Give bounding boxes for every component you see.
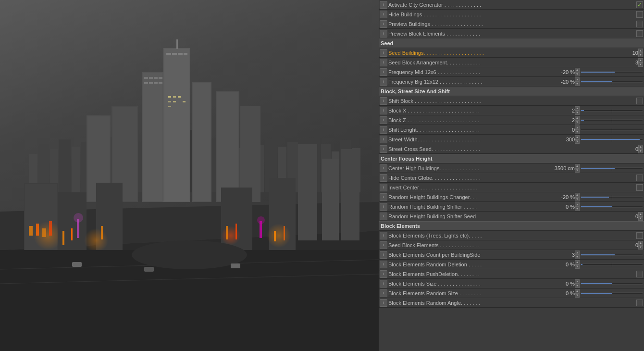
svg-rect-72 bbox=[71, 228, 73, 240]
row-info-icon[interactable]: i bbox=[380, 174, 387, 182]
row-info-icon[interactable]: i bbox=[380, 289, 387, 297]
row-info-icon[interactable]: i bbox=[380, 1, 387, 9]
row-slider[interactable] bbox=[581, 280, 643, 287]
row-info-icon[interactable]: i bbox=[380, 126, 387, 134]
row-checkbox[interactable] bbox=[636, 21, 643, 27]
row-info-icon[interactable]: i bbox=[380, 97, 387, 105]
row-info-icon[interactable]: i bbox=[380, 11, 387, 18]
row-slider[interactable] bbox=[581, 107, 643, 114]
spinner-down-btn[interactable]: ▼ bbox=[638, 216, 643, 221]
spinner-up-btn[interactable]: ▲ bbox=[575, 202, 580, 207]
property-row-hide-buildings: iHide Buildings . . . . . . . . . . . . … bbox=[379, 10, 644, 19]
row-slider[interactable] bbox=[581, 117, 643, 124]
property-row-street-cross-seed: iStreet Cross Seed. . . . . . . . . . . … bbox=[379, 144, 644, 154]
row-slider[interactable] bbox=[581, 69, 643, 75]
sections-container: SeediSeed Buildings. . . . . . . . . . .… bbox=[379, 38, 644, 308]
spinner-up-btn[interactable]: ▲ bbox=[575, 106, 580, 111]
row-checkbox[interactable] bbox=[636, 98, 643, 104]
row-checkbox[interactable] bbox=[636, 11, 643, 18]
svg-rect-71 bbox=[62, 231, 64, 245]
property-row-frequency-big: iFrequency Big 12x12 . . . . . . . . . .… bbox=[379, 77, 644, 87]
row-info-icon[interactable]: i bbox=[380, 270, 387, 278]
row-info-icon[interactable]: i bbox=[380, 184, 387, 191]
spinner-down-btn[interactable]: ▼ bbox=[575, 264, 580, 269]
row-checkbox[interactable] bbox=[636, 175, 643, 181]
spinner-up-btn[interactable]: ▲ bbox=[638, 212, 643, 216]
row-info-icon[interactable]: i bbox=[380, 20, 387, 28]
row-info-icon[interactable]: i bbox=[380, 299, 387, 307]
row-info-icon[interactable]: i bbox=[380, 232, 387, 239]
row-info-icon[interactable]: i bbox=[380, 203, 387, 211]
spinner-down-btn[interactable]: ▼ bbox=[638, 53, 643, 57]
row-checkbox[interactable] bbox=[636, 300, 643, 306]
spinner-down-btn[interactable]: ▼ bbox=[575, 130, 580, 134]
spinner-down-btn[interactable]: ▼ bbox=[638, 245, 643, 250]
row-checkbox[interactable]: ✓ bbox=[636, 1, 643, 8]
spinner-up-btn[interactable]: ▲ bbox=[575, 135, 580, 139]
spinner-up-btn[interactable]: ▲ bbox=[638, 49, 643, 53]
row-slider[interactable] bbox=[581, 126, 643, 133]
spinner-down-btn[interactable]: ▼ bbox=[575, 111, 580, 115]
spinner-down-btn[interactable]: ▼ bbox=[638, 63, 643, 67]
spinner-up-btn[interactable]: ▲ bbox=[575, 279, 580, 284]
row-checkbox[interactable] bbox=[636, 271, 643, 277]
row-checkbox[interactable] bbox=[636, 30, 643, 37]
spinner-up-btn[interactable]: ▲ bbox=[575, 251, 580, 255]
spinner-down-btn[interactable]: ▼ bbox=[575, 82, 580, 86]
row-info-icon[interactable]: i bbox=[380, 49, 387, 57]
property-row-block-elements-size: iBlock Elements Size . . . . . . . . . .… bbox=[379, 279, 644, 288]
row-info-icon[interactable]: i bbox=[380, 68, 387, 76]
spinner-up-btn[interactable]: ▲ bbox=[575, 260, 580, 264]
spinner-down-btn[interactable]: ▼ bbox=[575, 168, 580, 173]
spinner-up-btn[interactable]: ▲ bbox=[575, 68, 580, 72]
spinner-up-btn[interactable]: ▲ bbox=[575, 116, 580, 120]
row-info-icon[interactable]: i bbox=[380, 145, 387, 153]
row-slider[interactable] bbox=[581, 194, 643, 201]
row-info-icon[interactable]: i bbox=[380, 261, 387, 268]
spinner-up-btn[interactable]: ▲ bbox=[638, 145, 643, 149]
spinner-up-btn[interactable]: ▲ bbox=[638, 58, 643, 63]
spinner-down-btn[interactable]: ▼ bbox=[575, 284, 580, 288]
row-slider[interactable] bbox=[581, 203, 643, 210]
spinner-down-btn[interactable]: ▼ bbox=[575, 255, 580, 259]
row-info-icon[interactable]: i bbox=[380, 30, 387, 38]
row-slider[interactable] bbox=[581, 136, 643, 143]
row-checkbox[interactable] bbox=[636, 184, 643, 191]
row-info-icon[interactable]: i bbox=[380, 193, 387, 201]
row-info-icon[interactable]: i bbox=[380, 78, 387, 86]
spinner-down-btn[interactable]: ▼ bbox=[575, 120, 580, 125]
spinner-down-btn[interactable]: ▼ bbox=[575, 207, 580, 211]
spinner-down-btn[interactable]: ▼ bbox=[638, 149, 643, 153]
spinner-down-btn[interactable]: ▼ bbox=[575, 293, 580, 298]
row-info-icon[interactable]: i bbox=[380, 213, 387, 220]
spinner-down-btn[interactable]: ▼ bbox=[575, 197, 580, 201]
row-slider[interactable] bbox=[581, 290, 643, 297]
spinner-down-btn[interactable]: ▼ bbox=[575, 72, 580, 76]
spinner-up-btn[interactable]: ▲ bbox=[638, 241, 643, 245]
row-info-icon[interactable]: i bbox=[380, 241, 387, 249]
row-slider[interactable] bbox=[581, 165, 643, 172]
svg-rect-97 bbox=[144, 267, 154, 272]
svg-rect-87 bbox=[183, 101, 186, 102]
spinner-up-btn[interactable]: ▲ bbox=[575, 125, 580, 130]
row-info-icon[interactable]: i bbox=[380, 251, 387, 259]
row-info-icon[interactable]: i bbox=[380, 59, 387, 66]
spinner-down-btn[interactable]: ▼ bbox=[575, 139, 580, 144]
row-label-block-x: Block X . . . . . . . . . . . . . . . . … bbox=[388, 108, 546, 113]
row-slider[interactable] bbox=[581, 251, 643, 258]
row-slider[interactable] bbox=[581, 78, 643, 85]
row-value: 0 bbox=[609, 213, 638, 219]
spinner-up-btn[interactable]: ▲ bbox=[575, 193, 580, 197]
row-info-icon[interactable]: i bbox=[380, 107, 387, 114]
spinner-up-btn[interactable]: ▲ bbox=[575, 164, 580, 168]
row-slider[interactable] bbox=[581, 261, 643, 268]
property-row-block-elements-push-deletion: iBlock Elements PushDeletion. . . . . . … bbox=[379, 269, 644, 279]
row-info-icon[interactable]: i bbox=[380, 136, 387, 143]
row-info-icon[interactable]: i bbox=[380, 164, 387, 172]
row-info-icon[interactable]: i bbox=[380, 116, 387, 124]
row-info-icon[interactable]: i bbox=[380, 280, 387, 288]
spinner-up-btn[interactable]: ▲ bbox=[575, 77, 580, 82]
row-checkbox[interactable] bbox=[636, 232, 643, 239]
spinner-up-btn[interactable]: ▲ bbox=[575, 289, 580, 293]
property-row-random-height-building-shifter: iRandom Height Building Shifter . . . . … bbox=[379, 202, 644, 212]
